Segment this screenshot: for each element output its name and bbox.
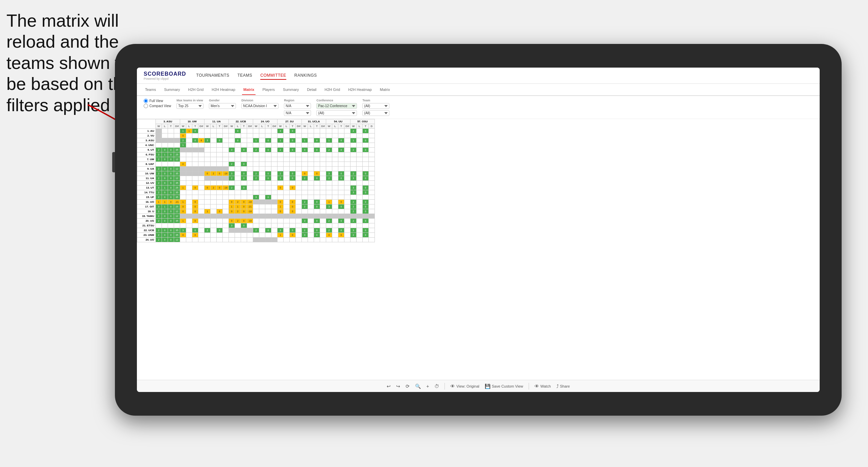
matrix-cell	[217, 223, 223, 228]
watch-btn[interactable]: 👁 Watch	[534, 384, 551, 389]
matrix-cell	[186, 162, 192, 167]
matrix-cell: 0	[302, 171, 308, 176]
matrix-cell: 1	[235, 204, 241, 209]
matrix-cell: 35	[174, 171, 180, 176]
tab-h2h-heatmap2[interactable]: H2H Heatmap	[347, 85, 373, 94]
share-btn[interactable]: ⤴ Share	[556, 384, 570, 389]
matrix-cell	[180, 181, 186, 186]
matrix-cell	[296, 152, 302, 157]
matrix-cell	[198, 186, 204, 190]
row-label: 16. UO	[137, 200, 156, 204]
matrix-container[interactable]: 3. ASU 10. UW 11. UA 22. UCB 24. UO 27. …	[137, 119, 820, 380]
matrix-cell	[217, 143, 223, 148]
compact-view-radio[interactable]: Compact View	[144, 104, 171, 108]
matrix-cell: 0	[217, 209, 223, 214]
gender-select[interactable]: Men's	[209, 103, 236, 109]
tab-summary2[interactable]: Summary	[282, 85, 300, 94]
nav-rankings[interactable]: RANKINGS	[294, 72, 317, 80]
matrix-cell	[192, 181, 198, 186]
matrix-cell	[369, 162, 375, 167]
matrix-cell	[223, 176, 229, 181]
team-select-2[interactable]: (All)	[362, 110, 389, 116]
save-custom-btn[interactable]: 💾 Save Custom View	[485, 384, 523, 389]
matrix-cell	[344, 223, 351, 228]
matrix-cell: 0	[290, 233, 296, 238]
division-select[interactable]: NCAA Division I	[241, 103, 279, 109]
matrix-cell	[326, 129, 332, 133]
full-view-radio[interactable]: Full View	[144, 99, 171, 103]
matrix-cell	[369, 157, 375, 162]
matrix-cell: 3	[326, 171, 332, 176]
matrix-cell	[223, 133, 229, 138]
matrix-cell: 0	[363, 219, 369, 223]
matrix-cell	[156, 133, 162, 138]
matrix-cell	[217, 200, 223, 204]
matrix-cell	[357, 171, 363, 176]
max-teams-select[interactable]: Top 25	[176, 103, 203, 109]
reload-btn[interactable]: ⟳	[406, 384, 410, 389]
ua-dif: Dif	[223, 124, 229, 129]
timer-btn[interactable]: ⏱	[434, 384, 439, 389]
tab-matrix1[interactable]: Matrix	[242, 85, 256, 95]
tab-summary1[interactable]: Summary	[163, 85, 181, 94]
conference-select-2[interactable]: (All)	[316, 110, 357, 116]
region-select[interactable]: N/A	[284, 103, 311, 109]
matrix-cell	[180, 176, 186, 181]
matrix-cell	[271, 171, 278, 176]
nav-committee[interactable]: COMMITTEE	[260, 72, 286, 80]
matrix-cell	[284, 223, 290, 228]
nav-teams[interactable]: TEAMS	[238, 72, 252, 80]
matrix-cell	[217, 133, 223, 138]
matrix-cell	[186, 238, 192, 242]
matrix-cell	[241, 238, 247, 242]
matrix-cell	[351, 238, 357, 242]
matrix-cell	[320, 181, 326, 186]
matrix-cell	[357, 219, 363, 223]
matrix-cell	[180, 214, 186, 219]
matrix-cell: 2	[156, 190, 162, 195]
tab-matrix2[interactable]: Matrix	[379, 85, 391, 94]
matrix-cell: 0	[168, 238, 174, 242]
matrix-cell	[186, 157, 192, 162]
matrix-cell	[259, 133, 265, 138]
tab-h2h-grid2[interactable]: H2H Grid	[323, 85, 341, 94]
zoom-in-btn[interactable]: +	[426, 384, 429, 389]
matrix-cell: 0	[290, 171, 296, 176]
tab-h2h-grid1[interactable]: H2H Grid	[187, 85, 205, 94]
matrix-cell	[217, 152, 223, 157]
matrix-cell	[217, 233, 223, 238]
view-original-btn[interactable]: 👁 View: Original	[450, 384, 479, 389]
zoom-out-btn[interactable]: 🔍	[415, 384, 421, 389]
tablet-device: SCOREBOARD Powered by clippd TOURNAMENTS…	[115, 44, 842, 416]
tab-detail[interactable]: Detail	[306, 85, 318, 94]
matrix-cell	[198, 214, 204, 219]
matrix-cell	[241, 133, 247, 138]
tab-teams[interactable]: Teams	[144, 85, 157, 94]
conference-select[interactable]: Pac-12 Conference	[316, 103, 357, 109]
matrix-cell: 0	[162, 238, 168, 242]
toolbar-divider-1	[444, 383, 445, 390]
matrix-cell	[265, 219, 271, 223]
table-row: 24. UO20012	[137, 238, 375, 242]
table-row: 15. UF2003530	[137, 195, 375, 200]
matrix-cell	[271, 133, 278, 138]
matrix-cell: 3	[278, 228, 284, 233]
nav-tournaments[interactable]: TOURNAMENTS	[196, 72, 230, 80]
matrix-cell: 0	[192, 219, 198, 223]
tab-h2h-heatmap1[interactable]: H2H Heatmap	[210, 85, 237, 94]
undo-btn[interactable]: ↩	[387, 384, 391, 389]
tab-players[interactable]: Players	[261, 85, 276, 94]
region-select-2[interactable]: N/A	[284, 110, 311, 116]
matrix-cell	[308, 238, 314, 242]
redo-btn[interactable]: ↪	[396, 384, 400, 389]
matrix-cell	[332, 138, 338, 143]
matrix-cell	[271, 129, 278, 133]
matrix-cell	[211, 223, 217, 228]
matrix-cell: 0	[265, 171, 271, 176]
matrix-cell	[284, 219, 290, 223]
matrix-cell: 0	[168, 171, 174, 176]
matrix-cell	[235, 167, 241, 171]
matrix-cell: 12	[174, 238, 180, 242]
team-select[interactable]: (All)	[362, 103, 389, 109]
matrix-cell	[290, 223, 296, 228]
